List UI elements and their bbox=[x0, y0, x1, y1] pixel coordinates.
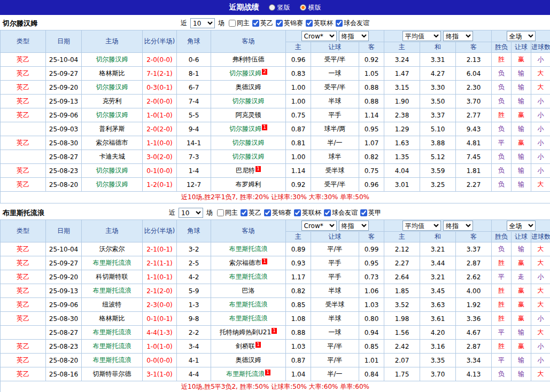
layout-horizontal-radio[interactable]: 横版 bbox=[300, 3, 321, 12]
final-score[interactable]: 0-3(0-1) bbox=[143, 81, 177, 95]
league-filter-option[interactable]: 英锦赛 bbox=[276, 19, 303, 28]
home-team[interactable]: 普利茅斯 bbox=[82, 122, 143, 136]
home-team[interactable]: 切尔滕汉姆 bbox=[82, 53, 143, 67]
final-score[interactable]: 1-0(1-0) bbox=[143, 108, 177, 122]
home-team[interactable]: 格林斯比 bbox=[82, 67, 143, 81]
home-team[interactable]: 沃尔索尔 bbox=[82, 242, 143, 256]
home-team[interactable]: 布里斯托流浪 bbox=[82, 354, 143, 367]
final-score[interactable]: 1-1(0-0) bbox=[143, 136, 177, 150]
away-team[interactable]: 剑桥联1 bbox=[211, 340, 286, 354]
final-score[interactable]: 2-0(0-0) bbox=[143, 53, 177, 67]
home-team[interactable]: 布里斯托流浪 bbox=[82, 284, 143, 298]
league-filter-checkbox[interactable] bbox=[276, 20, 283, 27]
away-team[interactable]: 切尔滕汉姆1 bbox=[211, 122, 286, 136]
layout-vertical-radio[interactable]: 竖版 bbox=[269, 3, 290, 12]
league-filter-option[interactable]: 英乙 bbox=[241, 208, 261, 217]
league-filter-checkbox[interactable] bbox=[360, 209, 367, 216]
team-link-text: 沃尔索尔 bbox=[99, 245, 125, 253]
asian-odds-time-select[interactable]: 终指 bbox=[339, 221, 369, 231]
home-team[interactable]: 格林斯比 bbox=[82, 312, 143, 326]
final-score[interactable]: 4-4(1-3) bbox=[143, 326, 177, 340]
final-score[interactable]: 1-0(1-0) bbox=[143, 340, 177, 354]
league-filter-option[interactable]: 英甲 bbox=[360, 208, 381, 217]
away-team[interactable]: 奥德汉姆 bbox=[211, 354, 286, 367]
league-filter-option[interactable]: 英锦赛 bbox=[264, 208, 291, 217]
league-filter-checkbox[interactable] bbox=[252, 20, 259, 27]
away-team[interactable]: 布里斯托流浪 bbox=[211, 312, 286, 326]
final-score[interactable]: 2-0(0-0) bbox=[143, 95, 177, 108]
league-filter-checkbox[interactable] bbox=[229, 20, 236, 27]
euro-odds-source-select[interactable]: 平均值 bbox=[402, 31, 441, 41]
league-filter-option[interactable]: 同主 bbox=[217, 208, 238, 217]
league-filter-option[interactable]: 球会友谊 bbox=[336, 19, 369, 28]
final-score[interactable]: 3-1(1-0) bbox=[143, 367, 177, 381]
final-score[interactable]: 2-1(1-1) bbox=[143, 256, 177, 270]
league-filter-checkbox[interactable] bbox=[264, 209, 271, 216]
result-scope-select[interactable]: 全场 bbox=[507, 31, 536, 41]
league-filter-option[interactable]: 英联杯 bbox=[294, 208, 321, 217]
away-team[interactable]: 巴洛 bbox=[211, 284, 286, 298]
away-team[interactable]: 布里斯托流浪1 bbox=[211, 367, 286, 381]
handicap-line: 平手 bbox=[311, 270, 359, 284]
home-team[interactable]: 切尔滕汉姆 bbox=[82, 178, 143, 192]
final-score[interactable]: 0-1(0-1) bbox=[143, 312, 177, 326]
euro-odds-time-select[interactable]: 终指 bbox=[443, 31, 473, 41]
home-team[interactable]: 布里斯托流浪 bbox=[82, 326, 143, 340]
final-score[interactable]: 2-1(0-1) bbox=[143, 242, 177, 256]
final-score[interactable]: 2-1(2-0) bbox=[143, 284, 177, 298]
final-score[interactable]: 1-1(0-1) bbox=[143, 270, 177, 284]
home-team[interactable]: 布里斯托流浪 bbox=[82, 340, 143, 354]
away-team[interactable]: 切尔滕汉姆 bbox=[211, 95, 286, 108]
league-filter-checkbox[interactable] bbox=[294, 209, 301, 216]
away-team[interactable]: 托特纳姆热刺U211 bbox=[211, 326, 286, 340]
league-filter-checkbox[interactable] bbox=[217, 209, 224, 216]
away-team[interactable]: 切尔滕汉姆 bbox=[211, 150, 286, 164]
away-team[interactable]: 索尔福德市1 bbox=[211, 256, 286, 270]
away-team[interactable]: 布里斯托流浪 bbox=[211, 270, 286, 284]
league-filter-option[interactable]: 球会友谊 bbox=[324, 208, 358, 217]
home-team[interactable]: 纽波特 bbox=[82, 298, 143, 312]
home-team[interactable]: 索尔福德市 bbox=[82, 136, 143, 150]
euro-odds-source-select[interactable]: 平均值 bbox=[402, 221, 441, 231]
league-filter-checkbox[interactable] bbox=[336, 20, 343, 27]
final-score[interactable]: 0-0(0-0) bbox=[143, 354, 177, 367]
league-filter-checkbox[interactable] bbox=[306, 20, 313, 27]
result-outcome: 胜 bbox=[492, 284, 512, 298]
final-score[interactable]: 0-1(0-0) bbox=[143, 164, 177, 178]
away-team[interactable]: 阿克灵顿 bbox=[211, 108, 286, 122]
final-score[interactable]: 3-0(2-0) bbox=[143, 150, 177, 164]
home-team[interactable]: 卡迪夫城 bbox=[82, 150, 143, 164]
league-filter-option[interactable]: 英联杯 bbox=[306, 19, 333, 28]
home-team[interactable]: 克劳利 bbox=[82, 95, 143, 108]
final-score[interactable]: 7-1(2-1) bbox=[143, 67, 177, 81]
away-team[interactable]: 布罗姆利 bbox=[211, 178, 286, 192]
final-score[interactable]: 2-0(2-0) bbox=[143, 122, 177, 136]
home-team[interactable]: 布里斯托流浪 bbox=[82, 256, 143, 270]
asian-odds-source-select[interactable]: Crow* bbox=[301, 221, 337, 231]
away-team[interactable]: 巴尼特1 bbox=[211, 164, 286, 178]
games-count-select[interactable]: 10 bbox=[179, 208, 203, 218]
result-scope-select[interactable]: 全场 bbox=[507, 221, 536, 231]
team-link-text: 剑桥联 bbox=[236, 342, 255, 350]
euro-odds-time-select[interactable]: 终指 bbox=[443, 221, 473, 231]
home-team[interactable]: 切尔滕汉姆 bbox=[82, 81, 143, 95]
games-count-select[interactable]: 10 bbox=[190, 18, 215, 28]
away-team[interactable]: 切尔滕汉姆2 bbox=[211, 67, 286, 81]
league-filter-option[interactable]: 同主 bbox=[229, 19, 250, 28]
away-team[interactable]: 切尔滕汉姆 bbox=[211, 136, 286, 150]
away-team[interactable]: 布里斯托流浪 bbox=[211, 242, 286, 256]
final-score[interactable]: 2-3(0-0) bbox=[143, 298, 177, 312]
league-filter-checkbox[interactable] bbox=[324, 209, 331, 216]
away-team[interactable]: 奥德汉姆 bbox=[211, 81, 286, 95]
home-team[interactable]: 切尔滕汉姆 bbox=[82, 108, 143, 122]
final-score[interactable]: 1-2(0-1) bbox=[143, 178, 177, 192]
league-filter-option[interactable]: 英乙 bbox=[252, 19, 273, 28]
home-team[interactable]: 科切斯特联 bbox=[82, 270, 143, 284]
home-team[interactable]: 切斯特菲尔德 bbox=[82, 367, 143, 381]
home-team[interactable]: 切尔滕汉姆 bbox=[82, 164, 143, 178]
asian-odds-source-select[interactable]: Crow* bbox=[301, 31, 337, 41]
away-team[interactable]: 布里斯托流浪 bbox=[211, 298, 286, 312]
league-filter-checkbox[interactable] bbox=[241, 209, 247, 216]
away-team[interactable]: 弗利特伍德 bbox=[211, 53, 286, 67]
asian-odds-time-select[interactable]: 终指 bbox=[339, 31, 369, 41]
